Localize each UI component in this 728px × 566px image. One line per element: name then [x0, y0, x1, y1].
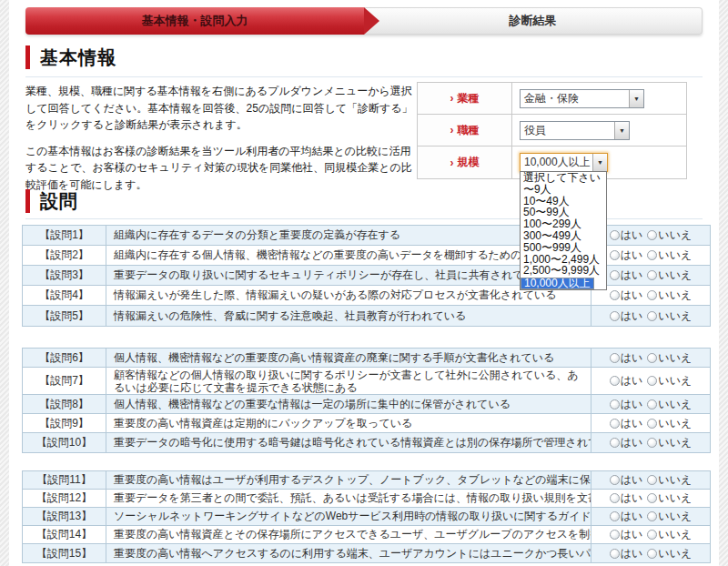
industry-select[interactable]: 金融・保険▼	[520, 89, 644, 108]
answer-cell: はいいいえ	[592, 433, 710, 452]
question-number-label: 【設問7】	[23, 368, 106, 394]
answer-cell: はいいいえ	[592, 246, 710, 265]
answer-option-no: いいえ	[647, 546, 692, 561]
answer-label-yes: はい	[621, 472, 643, 488]
radio-no-q8[interactable]	[647, 399, 657, 409]
dropdown-arrow-icon[interactable]: ▼	[592, 154, 607, 171]
question-text: ソーシャルネットワーキングサイトなどのWebサービス利用時の情報の取り扱いに関す…	[106, 508, 592, 525]
answer-cell: はいいいえ	[592, 286, 710, 305]
scale-option-6[interactable]: 300〜499人	[521, 230, 606, 242]
radio-no-q2[interactable]	[647, 250, 657, 260]
step-inactive-label: 診断結果	[510, 13, 557, 29]
radio-no-q1[interactable]	[647, 230, 657, 240]
answer-label-yes: はい	[621, 308, 643, 324]
radio-no-q14[interactable]	[647, 530, 657, 540]
answer-label-yes: はい	[621, 227, 643, 243]
answer-option-no: いいえ	[647, 472, 692, 488]
dropdown-arrow-icon[interactable]: ▼	[629, 90, 643, 107]
answer-option-yes: はい	[610, 546, 643, 561]
scale-select[interactable]: 10,000人以上▼	[520, 153, 608, 172]
scale-option-2[interactable]: 〜9人	[521, 184, 606, 196]
radio-yes-q3[interactable]	[610, 270, 620, 280]
answer-option-yes: はい	[610, 268, 643, 283]
radio-yes-q2[interactable]	[610, 250, 620, 260]
answer-cell: はいいいえ	[592, 226, 710, 245]
form-label-text: 業種	[458, 91, 480, 106]
dropdown-arrow-icon[interactable]: ▼	[614, 122, 629, 139]
question-number-label: 【設問4】	[23, 286, 106, 305]
scale-option-1[interactable]: 選択して下さい	[521, 172, 606, 184]
section-heading-questions: 設問	[25, 189, 78, 213]
radio-no-q5[interactable]	[647, 311, 657, 321]
answer-option-no: いいえ	[647, 527, 692, 542]
answer-option-yes: はい	[610, 288, 643, 303]
scale-option-9[interactable]: 2,500〜9,999人	[521, 265, 606, 277]
page-container: 基本情報・設問入力 診断結果 基本情報 業種、規模、職種に関する基本情報を右側に…	[9, 0, 719, 566]
form-row-jobtype: ›職種役員▼	[418, 115, 686, 147]
scale-option-5[interactable]: 100〜299人	[521, 218, 606, 230]
question-text: 重要度の高い情報資産は定期的にバックアップを取っている	[106, 414, 592, 432]
radio-no-q11[interactable]	[647, 475, 657, 485]
question-number-label: 【設問11】	[23, 471, 106, 489]
radio-no-q3[interactable]	[647, 270, 657, 280]
step-basic-info-input[interactable]: 基本情報・設問入力	[25, 7, 364, 35]
answer-label-yes: はい	[621, 373, 643, 389]
radio-yes-q15[interactable]	[610, 549, 620, 559]
question-table-2: 【設問6】個人情報、機密情報などの重要度の高い情報資産の廃棄に関する手順が文書化…	[22, 348, 711, 453]
scale-option-8[interactable]: 1,000〜2,499人	[521, 254, 606, 266]
question-table-3: 【設問11】重要度の高い情報はユーザが利用するデスクトップ、ノートブック、タブレ…	[22, 470, 711, 563]
radio-no-q6[interactable]	[647, 353, 657, 363]
answer-label-no: いいえ	[658, 490, 692, 506]
question-number-label: 【設問12】	[23, 490, 106, 507]
radio-no-q12[interactable]	[647, 493, 657, 503]
answer-option-no: いいえ	[647, 435, 692, 450]
answer-label-yes: はい	[621, 509, 643, 524]
radio-no-q10[interactable]	[647, 438, 657, 448]
question-number-label: 【設問2】	[23, 246, 106, 265]
answer-option-no: いいえ	[647, 268, 692, 283]
answer-option-yes: はい	[610, 373, 643, 389]
question-number-label: 【設問15】	[23, 544, 106, 562]
scale-option-10[interactable]: 10,000人以上	[521, 278, 594, 289]
radio-yes-q5[interactable]	[610, 311, 620, 321]
radio-no-q9[interactable]	[647, 419, 657, 429]
answer-cell: はいいいえ	[592, 266, 710, 285]
answer-label-no: いいえ	[658, 248, 692, 263]
answer-label-no: いいえ	[658, 546, 692, 561]
question-number-label: 【設問1】	[23, 226, 106, 245]
basic-info-heading-text: 基本情報	[40, 47, 116, 67]
radio-yes-q1[interactable]	[610, 230, 620, 240]
form-label-text: 規模	[458, 155, 480, 170]
radio-yes-q10[interactable]	[610, 438, 620, 448]
radio-no-q15[interactable]	[647, 549, 657, 559]
radio-no-q13[interactable]	[647, 511, 657, 521]
radio-yes-q8[interactable]	[610, 399, 620, 409]
radio-yes-q12[interactable]	[610, 493, 620, 503]
radio-yes-q13[interactable]	[610, 511, 620, 521]
radio-no-q4[interactable]	[647, 290, 657, 300]
radio-yes-q4[interactable]	[610, 290, 620, 300]
step-diagnosis-result[interactable]: 診断結果	[364, 7, 703, 35]
answer-cell: はいいいえ	[592, 471, 710, 489]
radio-yes-q7[interactable]	[610, 376, 620, 386]
scale-option-3[interactable]: 10〜49人	[521, 196, 606, 207]
answer-label-no: いいえ	[658, 373, 692, 389]
radio-no-q7[interactable]	[647, 376, 657, 386]
question-text: 重要データの暗号化に使用する暗号鍵は暗号化されている情報資産とは別の保存場所で管…	[106, 433, 592, 452]
radio-yes-q6[interactable]	[610, 353, 620, 363]
radio-yes-q14[interactable]	[610, 530, 620, 540]
answer-option-no: いいえ	[647, 490, 692, 506]
basic-info-form: ›業種金融・保険▼›職種役員▼›規模10,000人以上▼	[417, 82, 687, 179]
form-label-jobtype: ›職種	[418, 115, 512, 146]
intro-paragraph-2: この基本情報はお客様の診断結果を当ツール利用者の平均結果との比較に活用することで…	[25, 143, 417, 194]
radio-yes-q11[interactable]	[610, 475, 620, 485]
jobtype-select[interactable]: 役員▼	[520, 121, 630, 140]
scale-option-7[interactable]: 500〜999人	[521, 242, 606, 254]
answer-option-yes: はい	[610, 248, 643, 263]
radio-yes-q9[interactable]	[610, 419, 620, 429]
scale-option-4[interactable]: 50〜99人	[521, 207, 606, 218]
question-row-8: 【設問8】個人情報、機密情報などの重要な情報は一定の場所に集中的に保管がされてい…	[23, 395, 710, 414]
question-row-5: 【設問5】情報漏えいの危険性、脅威に関する注意喚起、社員教育が行われているはいい…	[23, 306, 710, 326]
step-active-label: 基本情報・設問入力	[142, 13, 248, 29]
jobtype-selected-value: 役員	[521, 123, 614, 138]
